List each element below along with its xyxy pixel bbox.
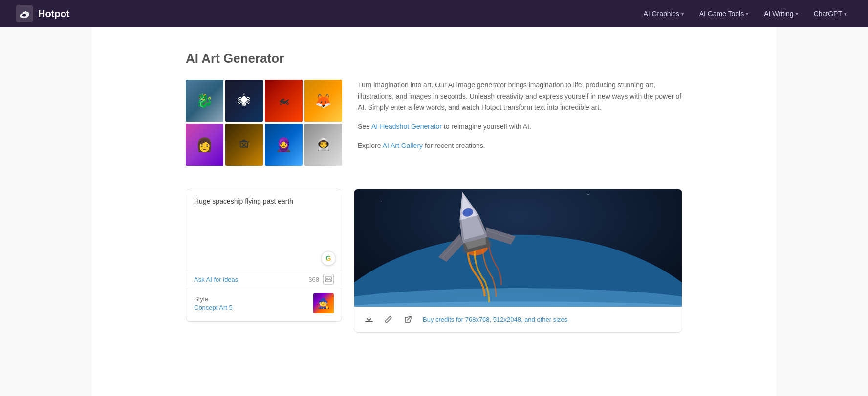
prompt-area-wrapper: Huge spaceship flying past earth G xyxy=(186,189,342,270)
generator-section: Huge spaceship flying past earth G Ask A… xyxy=(108,189,760,333)
edit-button[interactable] xyxy=(382,313,395,326)
gallery-image-2[interactable] xyxy=(225,80,263,122)
hero-headshot-line: See AI Headshot Generator to reimagine y… xyxy=(358,121,682,132)
gallery-image-7[interactable] xyxy=(265,124,303,166)
nav-items: AI Graphics ▾ AI Game Tools ▾ AI Writing… xyxy=(638,6,853,21)
prompt-input[interactable]: Huge spaceship flying past earth xyxy=(186,189,342,268)
gallery-image-5[interactable] xyxy=(186,124,223,166)
chevron-down-icon: ▾ xyxy=(681,11,684,17)
ask-ai-link[interactable]: Ask AI for ideas xyxy=(194,276,238,283)
prompt-footer-right: 368 xyxy=(308,274,334,285)
nav-ai-writing[interactable]: AI Writing ▾ xyxy=(758,6,803,21)
hero-description: Turn imagination into art. Our AI image … xyxy=(358,80,682,159)
share-button[interactable] xyxy=(401,313,415,326)
svg-point-12 xyxy=(381,201,381,202)
nav-chatgpt[interactable]: ChatGPT ▾ xyxy=(808,6,852,21)
svg-point-2 xyxy=(326,278,327,279)
chevron-down-icon: ▾ xyxy=(796,11,798,17)
download-button[interactable] xyxy=(362,313,376,326)
hero-gallery-line: Explore AI Art Gallery for recent creati… xyxy=(358,140,682,151)
google-autofill-button[interactable]: G xyxy=(321,251,336,266)
hero-section: Turn imagination into art. Our AI image … xyxy=(108,80,760,166)
gallery-image-1[interactable] xyxy=(186,80,223,122)
google-g-icon: G xyxy=(326,254,331,262)
spaceship-svg xyxy=(354,189,682,307)
nav-ai-game-tools[interactable]: AI Game Tools ▾ xyxy=(694,6,755,21)
style-thumbnail[interactable]: 🧙 xyxy=(313,293,334,313)
image-upload-icon[interactable] xyxy=(323,274,334,285)
gallery-image-3[interactable] xyxy=(265,80,303,122)
svg-point-13 xyxy=(587,194,588,195)
credits-link[interactable]: Buy credits for 768x768, 512x2048, and o… xyxy=(423,316,567,323)
gallery-image-4[interactable] xyxy=(304,80,342,122)
style-info: Style Concept Art 5 xyxy=(194,295,233,312)
page-title: AI Art Generator xyxy=(186,51,760,66)
hotpot-logo xyxy=(16,5,33,22)
brand[interactable]: Hotpot xyxy=(16,5,69,22)
headshot-generator-link[interactable]: AI Headshot Generator xyxy=(371,123,442,130)
chevron-down-icon: ▾ xyxy=(844,11,846,17)
prompt-panel: Huge spaceship flying past earth G Ask A… xyxy=(186,189,342,322)
style-section: Style Concept Art 5 🧙 xyxy=(186,289,342,321)
gallery-image-8[interactable] xyxy=(304,124,342,166)
chevron-down-icon: ▾ xyxy=(746,11,748,17)
generated-image xyxy=(354,189,682,307)
style-label: Style xyxy=(194,295,233,303)
result-actions: Buy credits for 768x768, 512x2048, and o… xyxy=(354,307,682,332)
hero-gallery xyxy=(186,80,342,166)
prompt-footer: Ask AI for ideas 368 xyxy=(186,270,342,289)
char-count: 368 xyxy=(308,276,319,283)
svg-rect-1 xyxy=(326,277,331,282)
result-panel: Buy credits for 768x768, 512x2048, and o… xyxy=(354,189,682,333)
style-value-link[interactable]: Concept Art 5 xyxy=(194,304,233,311)
main-content: AI Art Generator Turn imagination into a… xyxy=(92,27,776,396)
brand-name: Hotpot xyxy=(38,8,69,20)
hero-main-text: Turn imagination into art. Our AI image … xyxy=(358,80,682,113)
navbar: Hotpot AI Graphics ▾ AI Game Tools ▾ AI … xyxy=(0,0,868,27)
gallery-image-6[interactable] xyxy=(225,124,263,166)
nav-ai-graphics[interactable]: AI Graphics ▾ xyxy=(638,6,690,21)
art-gallery-link[interactable]: AI Art Gallery xyxy=(383,142,423,149)
